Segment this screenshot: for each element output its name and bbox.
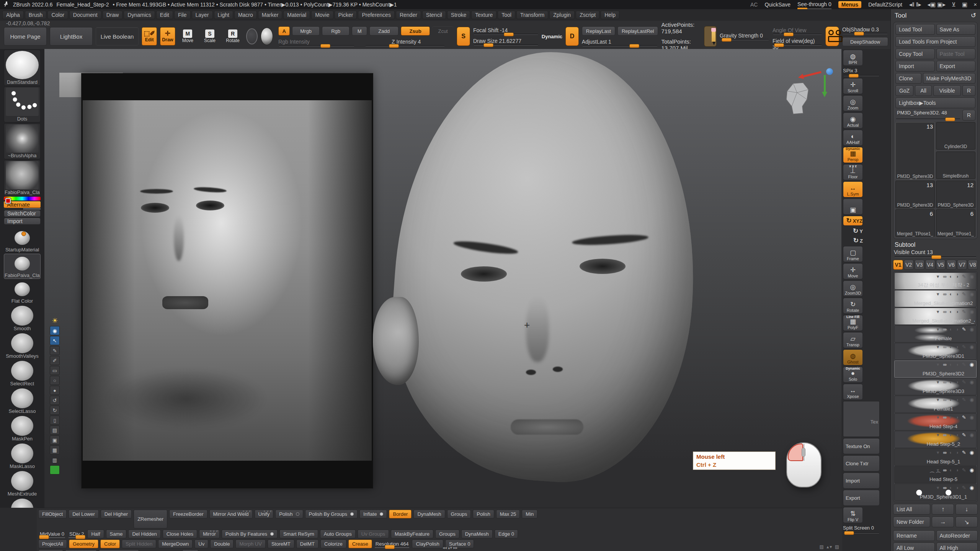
paint-brush-icon[interactable]: ✎ [962, 326, 966, 332]
tool-item[interactable]: SimpleBrush [936, 152, 975, 179]
export-button[interactable]: Export [936, 61, 976, 72]
polypaint-icon[interactable]: ●● [942, 414, 946, 420]
polypaint-icon[interactable]: ●● [942, 274, 946, 279]
polypaint-icon[interactable]: ●● [942, 362, 946, 367]
angle-of-view-slider[interactable]: Angle Of View [773, 27, 822, 35]
visibility-eye-icon[interactable]: ◉ [970, 309, 974, 315]
paint-brush-icon[interactable]: ✎ [962, 432, 966, 438]
move-up-icon[interactable]: ↑ [932, 504, 954, 515]
brush-icon-s[interactable]: S [457, 27, 470, 46]
clone-texture-button[interactable]: Clone Txtr [843, 455, 880, 471]
a-toggle[interactable]: A [278, 26, 290, 36]
move-down-icon[interactable]: ↓ [956, 504, 978, 515]
polypaint-icon[interactable]: ●● [942, 485, 946, 491]
view-button[interactable]: ◐ AAHalf [843, 130, 863, 146]
z-intensity-slider[interactable]: Z Intensity 4 [365, 39, 445, 46]
bottom-button[interactable]: ClayPolish [412, 540, 443, 548]
list-arrow-icon[interactable]: ▾ [937, 485, 939, 491]
import-color-button[interactable]: Import [4, 218, 41, 225]
list-arrow-icon[interactable]: ▾ [937, 397, 939, 403]
bottom-button[interactable]: Groups [447, 510, 471, 518]
subtool-view-tab[interactable]: V7 [957, 260, 967, 270]
toggle-dot-icon[interactable] [350, 512, 354, 516]
difference-icon[interactable]: ◑ [956, 414, 959, 420]
quick-brush-item[interactable]: Smooth [4, 305, 41, 332]
subtool-view-tab[interactable]: V8 [968, 260, 978, 270]
quick-brush-item[interactable]: MaskPen [4, 415, 41, 442]
ghost-mode-icon[interactable]: ◖ [949, 326, 952, 332]
ghost-mode-icon[interactable]: ◖ [949, 291, 952, 297]
paint-brush-icon[interactable]: ✎ [962, 414, 966, 420]
difference-icon[interactable]: ◑ [956, 362, 959, 367]
view-button[interactable]: x y z ⊥ Floor [843, 164, 863, 180]
list-arrow-icon[interactable]: ▾ [937, 291, 939, 297]
bottom-button[interactable]: Double [210, 540, 234, 548]
document-canvas[interactable]: + Mouse left Ctrl + Z [44, 49, 841, 508]
difference-icon[interactable]: ◑ [956, 450, 959, 455]
texture-import-button[interactable]: Import [843, 473, 880, 489]
lightbox-button[interactable]: LightBox [50, 27, 93, 46]
visibility-eye-icon[interactable]: ◉ [970, 291, 974, 297]
polypaint-icon[interactable]: ●● [942, 432, 946, 438]
subtool-item[interactable]: ▾ ●● ◖ ◑ ✎ ◉ Merged_Skull-decimation2_4 [894, 308, 977, 325]
tool-r-button[interactable]: R [962, 110, 975, 121]
menu-item[interactable]: Tool [498, 11, 515, 19]
stroke-picker-icon[interactable] [246, 28, 258, 44]
gravity-pencil-icon[interactable] [704, 26, 717, 47]
ghost-mode-icon[interactable]: ◖ [949, 432, 952, 438]
list-arrow-icon[interactable]: ▾ [937, 274, 939, 279]
menu-item[interactable]: Zplugin [549, 11, 575, 19]
menu-item[interactable]: Color [47, 11, 68, 19]
replay-last-rel-button[interactable]: ReplayLastRel [617, 26, 658, 36]
texture-on-button[interactable]: Texture On [843, 438, 880, 454]
paint-brush-icon[interactable]: ✎ [962, 379, 966, 385]
ghost-mode-icon[interactable]: ◖ [949, 379, 952, 385]
draw-size-slider[interactable]: Draw Size 21.62277 [473, 38, 539, 46]
bottom-button[interactable]: Resolution 464 [374, 540, 410, 548]
ghost-mode-icon[interactable]: ◖ [949, 362, 952, 367]
movie-camera-icon[interactable] [825, 26, 839, 46]
polypaint-icon[interactable]: ●● [942, 450, 946, 455]
move-button[interactable]: MMove [178, 27, 197, 46]
bottom-button[interactable]: Del Lower [69, 510, 99, 518]
ghost-mode-icon[interactable]: ◖ [949, 309, 952, 315]
bottom-button[interactable]: Border [389, 510, 412, 518]
menu-item[interactable]: Zscript [576, 11, 599, 19]
all-low-button[interactable]: All Low [893, 543, 935, 551]
difference-icon[interactable]: ◑ [956, 397, 959, 403]
bottom-button[interactable]: LazyStep 0.05 [228, 549, 263, 551]
bottom-button[interactable]: StoreMT [268, 540, 294, 548]
load-tool-button[interactable]: Load Tool [895, 24, 935, 35]
menu-item[interactable]: Brush [25, 11, 47, 19]
ghost-mode-icon[interactable]: ◖ [949, 344, 952, 350]
trash-icon[interactable]: ▯ [50, 416, 60, 425]
bottom-button[interactable]: Inflate [359, 510, 387, 518]
move-out-folder-icon[interactable]: ↘ [956, 517, 978, 527]
view-button[interactable]: ↻ Rotate [843, 298, 863, 314]
current-alpha[interactable]: ~BrushAlpha [4, 123, 41, 159]
bottom-button[interactable]: Polish [275, 510, 303, 518]
quick-brush-item[interactable]: MeshExtrude [4, 470, 41, 497]
ghost-mode-icon[interactable]: ◖ [949, 485, 952, 491]
bottom-button[interactable]: DynaMesh [413, 510, 445, 518]
brush-icon-d[interactable]: D [565, 27, 579, 46]
view-button[interactable]: ↻ XYZ [843, 216, 863, 226]
goz-all-button[interactable]: All [915, 85, 932, 96]
view-button[interactable]: ▣ [843, 199, 863, 215]
bottom-button[interactable]: Colorize [320, 540, 346, 548]
tray-collapse-left-icon[interactable]: ◂‖ ‖▸ [909, 1, 921, 8]
swatch-column-icon[interactable]: ▥ [50, 455, 60, 465]
view-button[interactable]: ▢ Frame [843, 246, 863, 262]
view-button[interactable]: ↔ Xpose [843, 384, 863, 400]
current-stroke[interactable]: Dots [4, 86, 41, 122]
flip-v-button[interactable]: ⇅Flip V [843, 507, 863, 523]
zadd-button[interactable]: Zadd [369, 26, 399, 36]
bottom-button[interactable]: LazyRadius 1 [265, 549, 298, 551]
material-picker-icon[interactable] [261, 28, 273, 45]
bottom-button[interactable]: Polish By Features [222, 530, 278, 538]
subtool-item[interactable]: ▾ ●● ◖ ◑ ✎ ◉ Head Step-5_2 [894, 431, 977, 448]
goz-r-button[interactable]: R [962, 85, 975, 96]
subtool-view-tab[interactable]: V1 [893, 260, 903, 270]
list-arrow-icon[interactable]: ▾ [937, 362, 939, 367]
switch-color-button[interactable]: SwitchColor [4, 210, 41, 217]
